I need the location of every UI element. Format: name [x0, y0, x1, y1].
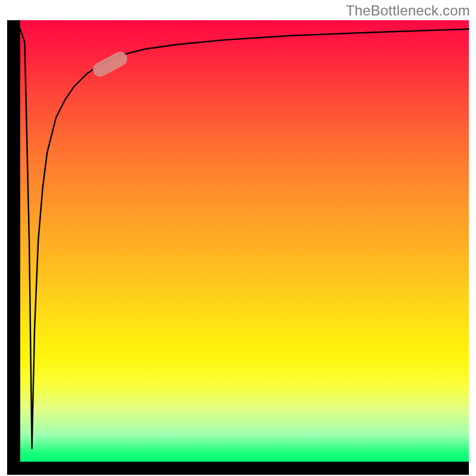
- plot-frame: [0, 0, 476, 476]
- chart-container: TheBottleneck.com: [0, 0, 476, 476]
- x-axis-band: [7, 462, 469, 475]
- y-axis-band: [7, 20, 20, 462]
- bottleneck-curve: [20, 29, 469, 449]
- curve-layer: [20, 20, 469, 462]
